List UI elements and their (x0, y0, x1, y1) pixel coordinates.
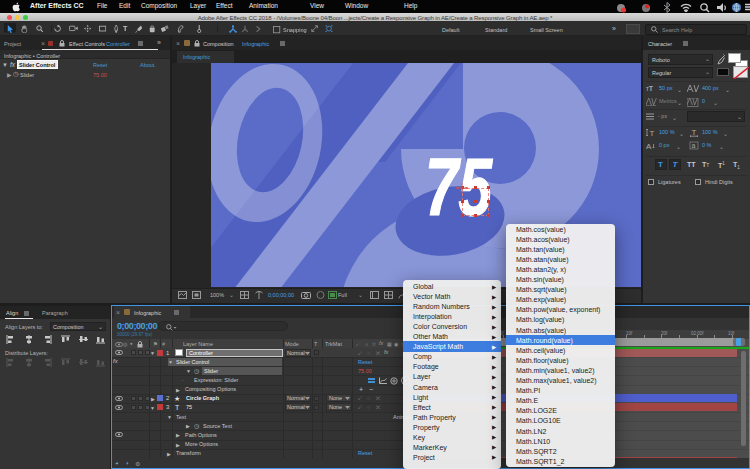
svg-text:a: a (692, 142, 696, 149)
svg-text:T: T (650, 129, 655, 137)
svg-text:A: A (646, 142, 652, 150)
svg-text:T: T (692, 128, 697, 137)
